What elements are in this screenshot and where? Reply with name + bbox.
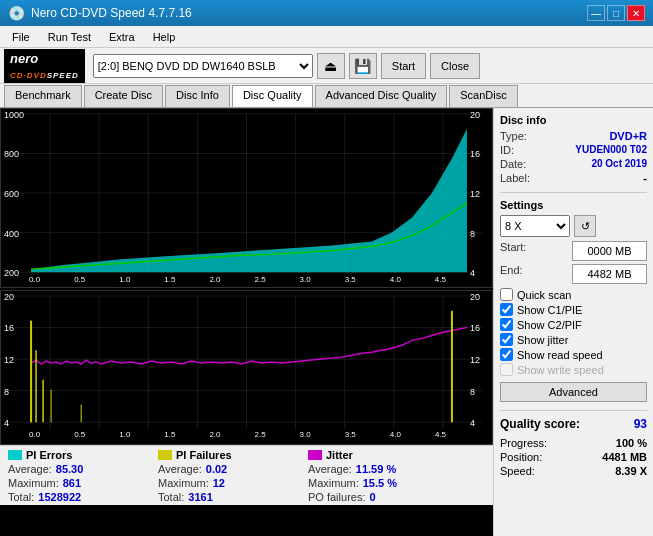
nero-logo: nero CD·DVDSPEED — [4, 49, 85, 83]
menu-extra[interactable]: Extra — [101, 29, 143, 45]
jitter-avg-label: Average: — [308, 463, 352, 475]
quality-score-val: 93 — [634, 417, 647, 431]
start-input[interactable] — [572, 241, 647, 261]
tab-benchmark[interactable]: Benchmark — [4, 85, 82, 107]
minimize-button[interactable]: — — [587, 5, 605, 21]
position-row: Position: 4481 MB — [500, 451, 647, 463]
svg-text:2.5: 2.5 — [255, 275, 267, 284]
show-c2-label: Show C2/PIF — [517, 319, 582, 331]
drive-select[interactable]: [2:0] BENQ DVD DD DW1640 BSLB — [93, 54, 313, 78]
svg-text:20: 20 — [470, 110, 480, 120]
title-bar-left: 💿 Nero CD-DVD Speed 4.7.7.16 — [8, 5, 192, 21]
menu-run-test[interactable]: Run Test — [40, 29, 99, 45]
menu-bar: File Run Test Extra Help — [0, 26, 653, 48]
disc-type-row: Type: DVD+R — [500, 130, 647, 142]
jitter-po-label: PO failures: — [308, 491, 365, 503]
app-title: Nero CD-DVD Speed 4.7.7.16 — [31, 6, 192, 20]
jitter-color — [308, 450, 322, 460]
show-c1-label: Show C1/PIE — [517, 304, 582, 316]
toolbar: nero CD·DVDSPEED [2:0] BENQ DVD DD DW164… — [0, 48, 653, 84]
tab-create-disc[interactable]: Create Disc — [84, 85, 163, 107]
svg-text:200: 200 — [4, 268, 19, 278]
svg-text:0.0: 0.0 — [29, 430, 41, 439]
pi-errors-total-label: Total: — [8, 491, 34, 503]
close-window-button[interactable]: ✕ — [627, 5, 645, 21]
show-write-row: Show write speed — [500, 363, 647, 376]
tabs: Benchmark Create Disc Disc Info Disc Qua… — [0, 84, 653, 108]
progress-row: Progress: 100 % — [500, 437, 647, 449]
maximize-button[interactable]: □ — [607, 5, 625, 21]
show-read-checkbox[interactable] — [500, 348, 513, 361]
end-input[interactable] — [572, 264, 647, 284]
start-button[interactable]: Start — [381, 53, 426, 79]
show-jitter-label: Show jitter — [517, 334, 568, 346]
svg-text:0.0: 0.0 — [29, 275, 41, 284]
show-jitter-checkbox[interactable] — [500, 333, 513, 346]
svg-text:2.5: 2.5 — [255, 430, 267, 439]
progress-label: Progress: — [500, 437, 547, 449]
upper-chart: 1000 800 600 400 200 20 16 12 8 4 — [0, 108, 493, 288]
svg-text:800: 800 — [4, 150, 19, 160]
pi-failures-color — [158, 450, 172, 460]
pi-errors-avg-label: Average: — [8, 463, 52, 475]
legend-pi-failures: PI Failures Average: 0.02 Maximum: 12 To… — [158, 449, 288, 503]
svg-text:8: 8 — [4, 387, 9, 397]
advanced-button[interactable]: Advanced — [500, 382, 647, 402]
svg-text:12: 12 — [470, 355, 480, 365]
tab-disc-quality[interactable]: Disc Quality — [232, 85, 313, 107]
right-panel: Disc info Type: DVD+R ID: YUDEN000 T02 D… — [493, 108, 653, 536]
show-write-label: Show write speed — [517, 364, 604, 376]
pi-errors-avg-val: 85.30 — [56, 463, 84, 475]
legend-jitter: Jitter Average: 11.59 % Maximum: 15.5 % … — [308, 449, 438, 503]
pi-failures-label: PI Failures — [176, 449, 232, 461]
speed-label: Speed: — [500, 465, 535, 477]
svg-text:4.5: 4.5 — [435, 275, 447, 284]
quality-score-label: Quality score: — [500, 417, 580, 431]
show-read-row: Show read speed — [500, 348, 647, 361]
svg-text:4: 4 — [470, 268, 475, 278]
menu-file[interactable]: File — [4, 29, 38, 45]
speed-val: 8.39 X — [615, 465, 647, 477]
show-c1-row: Show C1/PIE — [500, 303, 647, 316]
divider-2 — [500, 410, 647, 411]
svg-text:0.5: 0.5 — [74, 275, 86, 284]
start-row: Start: — [500, 241, 647, 261]
tab-scan-disc[interactable]: ScanDisc — [449, 85, 517, 107]
quick-scan-checkbox[interactable] — [500, 288, 513, 301]
eject-button[interactable]: ⏏ — [317, 53, 345, 79]
show-c1-checkbox[interactable] — [500, 303, 513, 316]
pi-errors-max-label: Maximum: — [8, 477, 59, 489]
save-button[interactable]: 💾 — [349, 53, 377, 79]
refresh-button[interactable]: ↺ — [574, 215, 596, 237]
menu-help[interactable]: Help — [145, 29, 184, 45]
divider-1 — [500, 192, 647, 193]
speed-select[interactable]: 8 X Max 4 X 16 X — [500, 215, 570, 237]
jitter-po-val: 0 — [369, 491, 375, 503]
jitter-max-val: 15.5 % — [363, 477, 397, 489]
show-c2-checkbox[interactable] — [500, 318, 513, 331]
progress-section: Progress: 100 % Position: 4481 MB Speed:… — [500, 437, 647, 477]
tab-advanced-disc-quality[interactable]: Advanced Disc Quality — [315, 85, 448, 107]
legend-bar: PI Errors Average: 85.30 Maximum: 861 To… — [0, 445, 493, 505]
svg-text:16: 16 — [470, 324, 480, 334]
chart-section: 1000 800 600 400 200 20 16 12 8 4 — [0, 108, 493, 536]
jitter-label: Jitter — [326, 449, 353, 461]
show-c2-row: Show C2/PIF — [500, 318, 647, 331]
svg-text:8: 8 — [470, 229, 475, 239]
svg-text:1.0: 1.0 — [119, 430, 131, 439]
pi-failures-total-val: 3161 — [188, 491, 212, 503]
disc-date-label: Date: — [500, 158, 526, 170]
svg-text:1.5: 1.5 — [164, 430, 176, 439]
svg-text:3.0: 3.0 — [300, 275, 312, 284]
tab-disc-info[interactable]: Disc Info — [165, 85, 230, 107]
svg-text:4: 4 — [4, 418, 9, 428]
close-button[interactable]: Close — [430, 53, 480, 79]
pi-failures-avg-val: 0.02 — [206, 463, 227, 475]
jitter-avg-val: 11.59 % — [356, 463, 396, 475]
svg-text:1000: 1000 — [4, 110, 24, 120]
upper-chart-svg: 1000 800 600 400 200 20 16 12 8 4 — [1, 109, 492, 287]
svg-text:12: 12 — [470, 189, 480, 199]
svg-text:1.5: 1.5 — [164, 275, 176, 284]
svg-text:600: 600 — [4, 189, 19, 199]
pi-failures-avg-label: Average: — [158, 463, 202, 475]
